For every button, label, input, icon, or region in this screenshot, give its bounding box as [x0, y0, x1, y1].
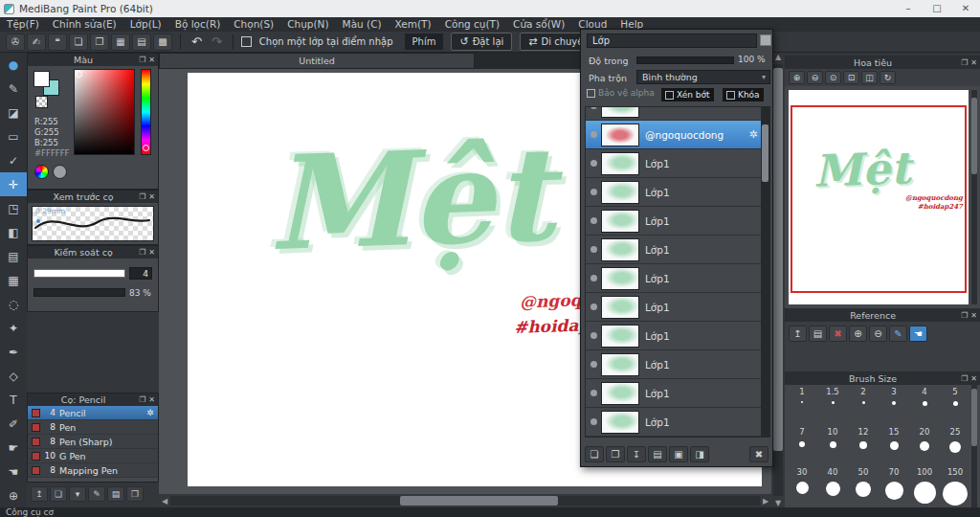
- brush-row[interactable]: 8 Mapping Pen: [28, 463, 158, 478]
- brush-row[interactable]: 8 Pen (Sharp): [28, 435, 158, 449]
- brush-size-cell[interactable]: 100: [909, 465, 940, 506]
- brush-size-cell[interactable]: 40: [817, 465, 848, 506]
- menu-item[interactable]: Chọn(S): [227, 17, 280, 32]
- menu-item[interactable]: Màu (C): [336, 17, 389, 32]
- layer-visibility-dot[interactable]: [590, 361, 597, 368]
- brush-width-value[interactable]: 4: [129, 267, 152, 280]
- layer-list-scrollbar[interactable]: [761, 107, 769, 437]
- scroll-down-icon[interactable]: ▼: [771, 499, 785, 507]
- tool-transform[interactable]: ◳: [0, 196, 27, 220]
- duplicate-layer-icon[interactable]: ❐: [606, 446, 625, 462]
- layer-row[interactable]: Lớp1: [586, 149, 763, 178]
- float-panel-icon[interactable]: ❐: [961, 58, 968, 67]
- select-layer-checkbox[interactable]: [241, 36, 252, 47]
- maximize-button[interactable]: □: [923, 0, 951, 17]
- layer-visibility-dot[interactable]: [590, 418, 597, 425]
- zoom-out-icon[interactable]: ⊖: [807, 71, 823, 84]
- vertical-scroll-track[interactable]: [773, 64, 783, 496]
- layer-settings-gear-icon[interactable]: ✲: [749, 128, 758, 141]
- tool-select-pen[interactable]: ✓: [0, 148, 27, 172]
- merge-layer-icon[interactable]: ▣: [669, 446, 688, 462]
- close-panel-icon[interactable]: ✕: [970, 58, 977, 67]
- close-panel-icon[interactable]: ✕: [148, 395, 155, 404]
- brush-size-cell[interactable]: 12: [848, 425, 879, 465]
- tool-text[interactable]: T: [0, 388, 27, 412]
- float-panel-icon[interactable]: ❐: [139, 56, 145, 64]
- tool-brush[interactable]: ●: [0, 53, 27, 77]
- blend-mode-dropdown[interactable]: Bình thường ▾: [636, 70, 770, 84]
- pencil-icon[interactable]: ✎: [889, 326, 907, 342]
- new-folder-icon[interactable]: ▤: [648, 446, 667, 462]
- layer-panel-collapse-button[interactable]: [760, 34, 771, 46]
- brush-size-cell[interactable]: 3: [879, 385, 909, 425]
- folder-icon[interactable]: ▤: [809, 326, 827, 342]
- navigator-scrollbar[interactable]: [971, 90, 977, 304]
- navigator-scroll-thumb[interactable]: [971, 98, 977, 174]
- brush-size-cell[interactable]: 4: [909, 385, 940, 425]
- layer-visibility-dot[interactable]: [590, 275, 597, 281]
- tool-gradient[interactable]: ▤: [0, 244, 27, 268]
- layer-settings-icon[interactable]: ◨: [690, 446, 709, 462]
- transparent-color-swatch[interactable]: [35, 96, 48, 108]
- layer-visibility-dot[interactable]: [590, 106, 597, 109]
- tool-shape[interactable]: ◇: [0, 364, 27, 388]
- close-button[interactable]: ✕: [951, 0, 980, 17]
- brush-folder-icon[interactable]: ▤: [107, 486, 124, 502]
- tool-bucket[interactable]: ◧: [0, 220, 27, 244]
- saturation-value-picker[interactable]: [74, 69, 135, 155]
- zoom-fit-icon[interactable]: ⊡: [843, 71, 859, 84]
- zoom-reset-icon[interactable]: ⊙: [825, 71, 841, 84]
- wrench-icon[interactable]: ✇: [6, 34, 25, 51]
- layer-row[interactable]: @ngoquocdong ✲: [586, 121, 763, 149]
- brush-size-scroll-thumb[interactable]: [971, 389, 977, 446]
- layer-row[interactable]: Lớp1: [586, 178, 763, 207]
- foreground-color-swatch[interactable]: [33, 71, 50, 87]
- tool-move[interactable]: ✛: [0, 172, 27, 196]
- navigator-preview[interactable]: Mệt @ngoquocdong #hoidap247: [785, 86, 980, 308]
- float-panel-icon[interactable]: ❐: [139, 248, 145, 257]
- page-icon[interactable]: ❐: [90, 34, 109, 51]
- vertical-scroll-thumb[interactable]: [773, 68, 783, 451]
- brush-menu-icon[interactable]: ▾: [69, 486, 86, 502]
- color-wheel-icon[interactable]: [34, 165, 49, 179]
- float-panel-icon[interactable]: ❐: [139, 395, 145, 404]
- layer-visibility-dot[interactable]: [590, 390, 597, 396]
- transfer-layer-icon[interactable]: ↧: [627, 446, 646, 462]
- menu-item[interactable]: Chụp(N): [280, 17, 335, 32]
- brush-size-cell[interactable]: 10: [817, 425, 848, 465]
- alpha-protect-checkbox[interactable]: Bảo vệ alpha: [587, 88, 655, 98]
- brush-opacity-slider[interactable]: [33, 288, 125, 297]
- layer-visibility-dot[interactable]: [590, 303, 597, 310]
- chat-icon[interactable]: ❝: [48, 34, 67, 51]
- brush-size-cell[interactable]: 7: [787, 425, 817, 465]
- layer-row[interactable]: [586, 437, 763, 438]
- hue-slider[interactable]: [141, 69, 151, 155]
- horizontal-scroll-track[interactable]: [170, 496, 760, 506]
- tool-eyedropper[interactable]: ☛: [0, 436, 27, 460]
- brush-row[interactable]: 8 Pen: [28, 420, 158, 435]
- layer-row[interactable]: Lớp1: [586, 322, 763, 350]
- layer-row[interactable]: Lớp1: [586, 264, 763, 293]
- document-tab[interactable]: Untitled: [159, 53, 475, 69]
- tool-pen[interactable]: ✎: [0, 77, 27, 101]
- layer-row[interactable]: Lớp1: [586, 408, 763, 437]
- import-icon[interactable]: ↥: [789, 326, 807, 342]
- menu-item[interactable]: Cửa sổ(W): [506, 17, 571, 32]
- clear-icon[interactable]: ✖: [829, 326, 847, 342]
- close-panel-icon[interactable]: ✕: [970, 311, 977, 320]
- pages-icon[interactable]: ❏: [69, 34, 88, 51]
- tool-lasso[interactable]: ◌: [0, 292, 27, 316]
- navigator-viewport-rectangle[interactable]: [791, 105, 967, 293]
- layer-row[interactable]: Lớp1: [586, 350, 763, 379]
- edit-brush-icon[interactable]: ✎: [88, 486, 105, 502]
- brush-row[interactable]: 10 G Pen: [28, 449, 158, 463]
- tool-select-rect[interactable]: ▦: [0, 268, 27, 292]
- float-panel-icon[interactable]: ❐: [139, 192, 145, 201]
- brush-settings-gear-icon[interactable]: ✲: [146, 408, 154, 417]
- layer-row[interactable]: [586, 106, 763, 121]
- brush-size-cell[interactable]: 150: [940, 465, 970, 506]
- palette-icon[interactable]: [53, 165, 67, 179]
- brush-size-cell[interactable]: 70: [879, 465, 909, 506]
- duplicate-brush-icon[interactable]: ❐: [126, 486, 144, 502]
- layer-panel-title-field[interactable]: Lớp: [587, 34, 757, 48]
